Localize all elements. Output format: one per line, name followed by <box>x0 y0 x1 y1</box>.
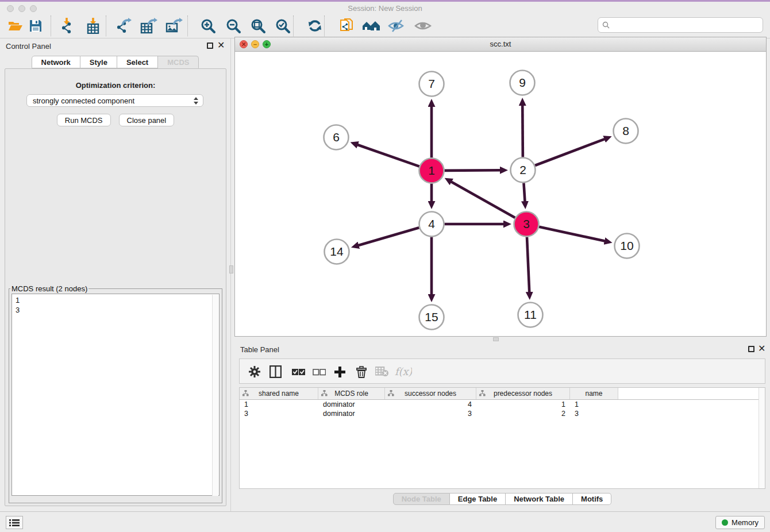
graph-node-label: 15 <box>425 310 438 323</box>
table-tabs: Node TableEdge TableNetwork TableMotifs <box>234 493 770 505</box>
table-cell[interactable]: 3 <box>240 410 318 418</box>
import-table-icon[interactable] <box>84 17 102 35</box>
table-cell[interactable]: dominator <box>318 400 385 408</box>
table-cell[interactable]: 1 <box>570 400 618 408</box>
graph-node-label: 11 <box>524 308 537 321</box>
table-cell[interactable]: 2 <box>476 410 570 418</box>
network-window-title: scc.txt <box>235 40 766 48</box>
table-cell[interactable]: dominator <box>318 410 385 418</box>
zoom-selected-icon[interactable] <box>274 17 292 35</box>
zoom-fit-icon[interactable] <box>249 17 267 35</box>
toolbar-separator <box>106 16 106 36</box>
gear-icon[interactable] <box>245 363 264 381</box>
save-session-icon[interactable] <box>26 17 45 35</box>
table-cell[interactable]: 4 <box>385 400 476 408</box>
refresh-layout-icon[interactable] <box>306 17 324 35</box>
first-neighbors-icon[interactable] <box>362 17 380 35</box>
edge-2-8[interactable] <box>535 139 605 165</box>
task-history-button[interactable] <box>6 516 23 529</box>
export-table-icon[interactable] <box>140 17 159 35</box>
edge-3-10[interactable] <box>539 227 605 241</box>
deselect-boxes-icon[interactable] <box>310 363 328 381</box>
optimization-criterion-label: Optimization criterion: <box>5 81 226 90</box>
table-cell[interactable]: 3 <box>385 410 476 418</box>
table-scrollbar[interactable] <box>759 388 765 489</box>
column-header-successor-nodes[interactable]: successor nodes <box>385 388 476 399</box>
tab-motifs[interactable]: Motifs <box>573 493 611 505</box>
tab-select[interactable]: Select <box>117 56 158 68</box>
vertical-splitter-handle[interactable] <box>229 265 233 273</box>
open-file-icon[interactable] <box>6 17 24 35</box>
control-panel-title: Control Panel <box>6 42 51 51</box>
window-title: Session: New Session <box>0 4 770 13</box>
control-panel-tabs: NetworkStyleSelectMCDS <box>0 56 230 68</box>
mcds-result-group: MCDS result (2 nodes) 1 3 <box>9 284 222 503</box>
close-table-panel-icon[interactable]: ✕ <box>758 344 765 354</box>
table-row[interactable]: 3dominator323 <box>240 409 765 418</box>
table-panel: Table Panel ✕ f(x) shared nameMCDS roles… <box>234 342 770 509</box>
table-panel-title: Table Panel <box>240 345 279 354</box>
memory-label: Memory <box>732 518 759 527</box>
node-table[interactable]: shared nameMCDS rolesuccessor nodesprede… <box>239 387 765 489</box>
zoom-out-icon[interactable] <box>224 17 242 35</box>
memory-status-icon <box>722 519 728 526</box>
clone-network-icon[interactable] <box>338 17 356 35</box>
float-table-panel-icon[interactable] <box>748 346 754 352</box>
task-list-icon <box>9 519 20 527</box>
optimization-criterion-select[interactable]: strongly connected component <box>26 94 203 107</box>
run-mcds-button[interactable]: Run MCDS <box>57 114 111 126</box>
svg-text:f(x): f(x) <box>395 365 412 377</box>
graph-node-label: 8 <box>622 124 629 137</box>
zoom-in-icon[interactable] <box>199 17 217 35</box>
add-column-icon[interactable] <box>330 363 349 381</box>
network-graph[interactable]: 7968124314101511 <box>235 52 766 336</box>
edge-1-2[interactable] <box>444 170 500 171</box>
search-input[interactable] <box>613 21 763 29</box>
table-cell[interactable]: 1 <box>476 400 570 408</box>
delete-table-icon <box>373 363 391 381</box>
table-cell[interactable]: 3 <box>570 410 618 418</box>
close-panel-icon[interactable]: ✕ <box>217 40 225 51</box>
edge-1-6[interactable] <box>357 145 419 167</box>
horizontal-splitter-handle[interactable] <box>493 337 499 341</box>
close-panel-button[interactable]: Close panel <box>119 114 175 126</box>
import-network-icon[interactable] <box>57 17 76 35</box>
edge-4-14[interactable] <box>359 228 419 245</box>
edge-3-1[interactable] <box>451 182 515 218</box>
tab-mcds[interactable]: MCDS <box>158 56 199 68</box>
network-canvas[interactable]: 7968124314101511 <box>235 52 766 336</box>
edge-3-11[interactable] <box>527 237 529 292</box>
result-scrollbar[interactable] <box>212 295 218 496</box>
tab-network[interactable]: Network <box>32 56 80 68</box>
hide-selected-icon[interactable] <box>387 17 406 35</box>
graph-node-label: 6 <box>333 130 340 144</box>
mcds-panel: Optimization criterion: strongly connect… <box>5 68 226 506</box>
graph-node-label: 14 <box>330 245 344 258</box>
select-all-boxes-icon[interactable] <box>289 363 307 381</box>
network-view-window: ✕ – + scc.txt 7968124314101511 <box>234 37 767 337</box>
show-all-icon <box>414 17 432 35</box>
tab-node-table[interactable]: Node Table <box>393 493 450 505</box>
tab-network-table[interactable]: Network Table <box>506 493 573 505</box>
edge-2-3[interactable] <box>523 183 525 201</box>
tab-edge-table[interactable]: Edge Table <box>450 493 506 505</box>
export-image-icon[interactable] <box>165 17 184 35</box>
search-field[interactable] <box>598 17 763 33</box>
column-header-predecessor-nodes[interactable]: predecessor nodes <box>476 388 570 399</box>
network-window-titlebar[interactable]: ✕ – + scc.txt <box>235 37 766 52</box>
column-header-MCDS-role[interactable]: MCDS role <box>318 388 385 399</box>
table-cell[interactable]: 1 <box>240 400 318 408</box>
export-network-icon[interactable] <box>115 17 133 35</box>
float-panel-icon[interactable] <box>207 43 213 49</box>
column-header-shared-name[interactable]: shared name <box>240 388 318 399</box>
memory-button[interactable]: Memory <box>715 516 765 529</box>
split-columns-icon[interactable] <box>266 363 284 381</box>
status-bar: Memory <box>0 511 770 532</box>
delete-column-icon[interactable] <box>352 363 371 381</box>
main-toolbar <box>0 12 770 38</box>
table-row[interactable]: 1dominator411 <box>240 400 765 409</box>
edge-2-9[interactable] <box>522 105 523 157</box>
column-header-name[interactable]: name <box>570 388 618 399</box>
tab-style[interactable]: Style <box>80 56 117 68</box>
mcds-result-list[interactable]: 1 3 <box>11 294 220 496</box>
